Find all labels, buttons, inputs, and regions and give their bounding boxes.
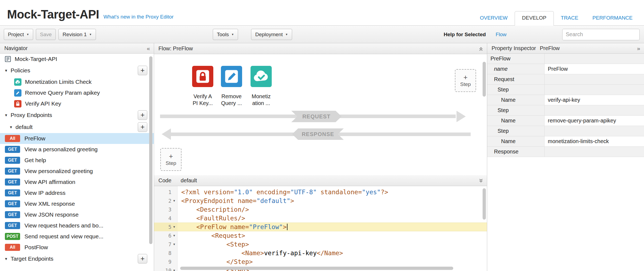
inspector-row-label: Name: [487, 116, 545, 126]
navigator-flow-item[interactable]: GETView personalized greeting: [0, 166, 154, 177]
code-line: 5▾ <PreFlow name="PreFlow">: [154, 223, 487, 231]
code-file-selector[interactable]: default: [181, 177, 197, 184]
disclosure-triangle-icon[interactable]: ▼: [9, 125, 13, 129]
navigator-section-proxy-endpoints[interactable]: ▼ Proxy Endpoints +: [0, 109, 154, 121]
disclosure-triangle-icon[interactable]: ▼: [4, 257, 8, 261]
code-horizontal-scrollbar-thumb[interactable]: [180, 267, 453, 270]
fold-arrow-icon[interactable]: ▾: [171, 231, 177, 240]
fold-arrow-icon[interactable]: ▾: [171, 223, 177, 231]
method-badge: GET: [5, 211, 20, 218]
revision-label: Revision 1: [62, 32, 87, 38]
navigator-flow-item[interactable]: GETView XML response: [0, 198, 154, 209]
code-vertical-scrollbar-thumb[interactable]: [483, 188, 486, 220]
deployment-menu-button[interactable]: Deployment ▼: [251, 29, 292, 40]
inspector-row-label: Response: [487, 147, 545, 157]
help-flow-link[interactable]: Flow: [496, 32, 507, 38]
flow-policy-step[interactable]: Verify API Key...: [186, 66, 219, 107]
text-cursor: [287, 224, 287, 230]
navigator-item-proxy-root[interactable]: Mock-Target-API: [0, 54, 154, 64]
tools-label: Tools: [217, 32, 229, 38]
disclosure-triangle-icon[interactable]: ▼: [4, 69, 8, 73]
navigator-policy-item[interactable]: Remove Query Param apikey: [0, 87, 154, 98]
project-menu-button[interactable]: Project ▼: [4, 29, 33, 40]
deployment-label: Deployment: [255, 32, 283, 38]
save-button[interactable]: Save: [36, 29, 56, 40]
collapse-code-panel-icon[interactable]: [478, 178, 484, 185]
navigator-flow-item[interactable]: AllPostFlow: [0, 242, 154, 253]
property-inspector-subtitle: PreFlow: [540, 45, 559, 51]
add-policy-button[interactable]: +: [138, 66, 147, 75]
navigator-section-policies[interactable]: ▼ Policies +: [0, 64, 154, 76]
method-badge: GET: [5, 200, 20, 207]
tools-menu-button[interactable]: Tools ▼: [213, 29, 238, 40]
inspector-row-value: [545, 147, 644, 157]
navigator-header: Navigator «: [0, 43, 154, 54]
navigator-flow-item[interactable]: GETView API affirmation: [0, 177, 154, 187]
navigator-section-target-endpoints[interactable]: ▼ Target Endpoints +: [0, 253, 154, 265]
inspector-row: Nameverify-api-key: [487, 95, 644, 105]
tab-develop[interactable]: DEVELOP: [515, 11, 554, 26]
inspector-row-value[interactable]: monetization-limits-check: [545, 136, 644, 146]
flow-scrollbar-thumb[interactable]: [483, 62, 486, 97]
revision-menu-button[interactable]: Revision 1 ▼: [58, 29, 96, 40]
add-step-request-button[interactable]: + Step: [455, 69, 476, 92]
disclosure-triangle-icon[interactable]: ▼: [4, 113, 8, 117]
inspector-row-value[interactable]: verify-api-key: [545, 95, 644, 105]
navigator-flow-item[interactable]: GETView IP address: [0, 187, 154, 198]
method-badge: GET: [5, 222, 20, 229]
navigator-policy-item[interactable]: Verify API Key: [0, 98, 154, 109]
fold-arrow-icon[interactable]: ▾: [171, 196, 177, 205]
code-text: <Step>: [177, 240, 249, 249]
tab-trace[interactable]: TRACE: [554, 11, 585, 25]
navigator-flow-item[interactable]: GETView request headers and bo...: [0, 220, 154, 231]
code-text: <PreFlow name="PreFlow">: [177, 223, 287, 231]
code-line: 6▾ <Request>: [154, 231, 487, 240]
flow-policy-step[interactable]: Monetization ...: [245, 66, 277, 107]
line-number: 3: [154, 205, 177, 214]
flow-item-label: View request headers and bo...: [24, 222, 103, 229]
inspector-row-value[interactable]: PreFlow: [545, 64, 644, 74]
whats-new-link[interactable]: What's new in the Proxy Editor: [104, 14, 174, 20]
add-flow-button[interactable]: +: [138, 122, 147, 132]
flow-item-label: View a personalized greeting: [24, 146, 98, 153]
api-proxy-icon: [4, 56, 11, 63]
collapse-panel-icon[interactable]: «: [147, 45, 150, 52]
tab-performance[interactable]: PERFORMANCE: [585, 11, 640, 25]
method-badge: All: [5, 135, 20, 142]
fold-arrow-icon[interactable]: ▾: [171, 240, 177, 249]
navigator-flow-item[interactable]: POSTSend request and view reque...: [0, 231, 154, 242]
expand-panel-icon[interactable]: »: [637, 45, 640, 52]
main-content: Navigator « Mock-Target-API ▼ Policies +…: [0, 43, 644, 271]
inspector-row: PreFlow: [487, 54, 644, 64]
inspector-row-value[interactable]: remove-query-param-apikey: [545, 116, 644, 126]
navigator-flow-item[interactable]: GETView JSON response: [0, 209, 154, 220]
policy-list: Monetization Limits CheckRemove Query Pa…: [0, 76, 154, 109]
navigator-policy-item[interactable]: Monetization Limits Check: [0, 76, 154, 87]
step-button-label: Step: [460, 81, 471, 87]
navigator-scrollbar-thumb[interactable]: [149, 56, 152, 244]
inspector-row: Request: [487, 74, 644, 85]
search-input[interactable]: [562, 29, 640, 40]
add-proxy-endpoint-button[interactable]: +: [138, 110, 147, 120]
navigator-group-default[interactable]: ▼ default +: [0, 121, 154, 133]
navigator-flow-item[interactable]: GETView a personalized greeting: [0, 144, 154, 155]
policy-pencil-icon: [221, 66, 242, 87]
add-target-endpoint-button[interactable]: +: [138, 254, 147, 264]
method-badge: All: [5, 244, 20, 251]
navigator-flow-item[interactable]: AllPreFlow: [0, 133, 154, 144]
code-text: </Step>: [177, 257, 253, 266]
navigator-flow-item[interactable]: GETGet help: [0, 155, 154, 166]
collapse-flow-panel-icon[interactable]: [478, 46, 484, 53]
flow-policy-step[interactable]: RemoveQuery ...: [215, 66, 248, 107]
code-editor[interactable]: 1<?xml version="1.0" encoding="UTF-8" st…: [154, 186, 487, 271]
tab-overview[interactable]: OVERVIEW: [473, 11, 515, 25]
inspector-row: Nameremove-query-param-apikey: [487, 116, 644, 126]
inspector-row-label: Step: [487, 126, 545, 136]
toolbar-left-group: Project ▼ Save Revision 1 ▼: [4, 29, 96, 40]
inspector-row: Step: [487, 85, 644, 95]
code-text: <ProxyEndpoint name="default">: [177, 196, 294, 205]
fold-arrow-icon[interactable]: ▾: [171, 266, 177, 271]
inspector-row-label: Step: [487, 85, 545, 95]
add-step-response-button[interactable]: + Step: [160, 148, 182, 171]
line-number: 8: [154, 249, 177, 257]
